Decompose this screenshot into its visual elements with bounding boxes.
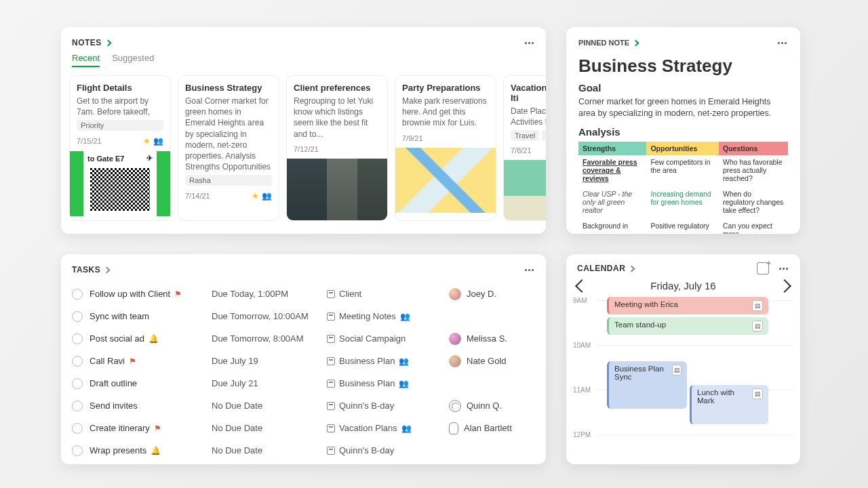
chevron-right-icon <box>629 265 635 272</box>
note-link-icon <box>327 290 335 298</box>
assignee-name: Alan Bartlett <box>464 423 512 433</box>
event-note-icon[interactable]: ▤ <box>752 388 763 399</box>
task-checkbox[interactable] <box>72 356 83 367</box>
tab-recent[interactable]: Recent <box>72 53 100 67</box>
note-card-vacation[interactable]: Vacation Iti Date Place | Activities 5/ … <box>503 75 546 221</box>
note-link-icon <box>327 402 335 410</box>
task-row[interactable]: Post social ad 🔔 Due Tomorrow, 8:00AM So… <box>72 327 535 350</box>
swot-table: Strengths Opportunities Questions Favora… <box>578 142 788 234</box>
task-row[interactable]: Create itinerary ⚑ No Due Date Vacation … <box>72 417 535 439</box>
new-event-button[interactable] <box>757 262 769 274</box>
task-note-link[interactable]: Client <box>339 289 361 299</box>
star-icon: ★ <box>143 136 151 146</box>
table-cell: When do regulatory changes take effect? <box>719 186 788 218</box>
table-cell: Few competitors in the area <box>646 155 719 186</box>
prev-day-button[interactable] <box>575 279 589 293</box>
task-checkbox[interactable] <box>72 311 83 322</box>
assignee-name: Quinn Q. <box>467 401 502 411</box>
flag-icon: ⚑ <box>154 424 161 433</box>
task-note-link[interactable]: Quinn's B-day <box>339 445 394 455</box>
note-card-client[interactable]: Client preferences Regrouping to let Yuk… <box>286 75 388 221</box>
note-link-icon <box>327 424 335 432</box>
note-card-flight[interactable]: Flight Details Get to the airport by 7am… <box>69 75 171 221</box>
note-link-icon <box>327 357 335 365</box>
task-due: Due July 19 <box>212 356 327 366</box>
calendar-event[interactable]: Meeting with Erica▤ <box>607 297 768 314</box>
assignee-name: Nate Gold <box>467 356 507 366</box>
task-checkbox[interactable] <box>72 423 83 434</box>
table-cell: Increasing demand for green homes <box>646 186 719 218</box>
pinned-note-widget: PINNED NOTE Business Strategy Goal Corne… <box>566 27 800 234</box>
task-row[interactable]: Follow up with Client ⚑ Due Today, 1:00P… <box>72 283 535 305</box>
task-checkbox[interactable] <box>72 333 83 344</box>
star-icon: ★ <box>252 191 259 201</box>
task-title: Post social ad <box>90 333 144 344</box>
tasks-widget: TASKS Follow up with Client ⚑ Due Today,… <box>61 254 546 464</box>
tasks-title-link[interactable]: TASKS <box>72 265 109 274</box>
pinned-more-button[interactable] <box>776 37 788 49</box>
note-thumbnail <box>504 160 546 220</box>
note-tag: Travel <box>511 130 539 141</box>
shared-icon: 👥 <box>399 379 409 388</box>
task-checkbox[interactable] <box>72 401 83 411</box>
note-body: Date Place | Activities 5/ <box>511 106 546 127</box>
table-cell: Can you expect more <box>719 218 788 234</box>
task-checkbox[interactable] <box>72 445 83 456</box>
task-due: Due Today, 1:00PM <box>212 289 327 299</box>
tasks-list: Follow up with Client ⚑ Due Today, 1:00P… <box>61 280 546 464</box>
note-date: 7/12/21 <box>294 145 319 153</box>
task-note-link[interactable]: Vacation Plans <box>339 423 397 433</box>
note-card-strategy[interactable]: Business Strategy Goal Corner market for… <box>178 75 279 221</box>
task-title: Wrap presents <box>90 445 146 455</box>
task-checkbox[interactable] <box>72 289 83 300</box>
event-note-icon[interactable]: ▤ <box>672 365 682 375</box>
calendar-title-link[interactable]: CALENDAR <box>577 264 634 273</box>
task-note-link[interactable]: Business Plan <box>339 378 395 388</box>
flag-icon: ⚑ <box>174 289 182 299</box>
note-body: Make park reservations here. And get thi… <box>402 96 489 129</box>
event-note-icon[interactable]: ▤ <box>752 300 763 311</box>
task-row[interactable]: Draft outline Due July 21 Business Plan … <box>72 372 535 394</box>
event-note-icon[interactable]: ▤ <box>752 321 763 331</box>
pinned-title-link[interactable]: PINNED NOTE <box>578 39 638 47</box>
task-note-link[interactable]: Quinn's B-day <box>339 401 394 411</box>
calendar-more-button[interactable] <box>777 262 789 274</box>
note-card-party[interactable]: Party Preparations Make park reservation… <box>395 75 496 221</box>
notes-more-button[interactable] <box>523 37 535 49</box>
task-row[interactable]: Call Ravi ⚑ Due July 19 Business Plan 👥 … <box>72 350 535 372</box>
note-body: Regrouping to let Yuki know which listin… <box>294 96 380 140</box>
task-due: Due July 21 <box>212 378 327 388</box>
task-note-link[interactable]: Business Plan <box>339 356 395 366</box>
tasks-more-button[interactable] <box>523 264 535 276</box>
tasks-title: TASKS <box>72 265 100 274</box>
chevron-right-icon <box>104 266 111 273</box>
table-cell: Favorable press coverage & reviews <box>578 155 646 186</box>
task-row[interactable]: Send invites No Due Date Quinn's B-day Q… <box>72 394 535 417</box>
task-note-link[interactable]: Meeting Notes <box>339 311 396 321</box>
note-title: Flight Details <box>77 83 163 93</box>
event-title: Team stand-up <box>614 321 666 329</box>
calendar-event[interactable]: Lunch with Mark▤ <box>690 385 768 424</box>
notes-cards-row: Flight Details Get to the airport by 7am… <box>61 75 546 221</box>
notes-title-link[interactable]: NOTES <box>72 38 111 47</box>
calendar-event[interactable]: Business Plan Sync▤ <box>607 361 687 409</box>
col-opportunities: Opportunities <box>646 142 719 155</box>
avatar <box>449 288 461 300</box>
next-day-button[interactable] <box>778 279 791 293</box>
task-title: Sync with team <box>90 311 149 321</box>
task-title: Create itinerary <box>90 423 150 433</box>
plane-icon: ✈ <box>146 154 153 163</box>
hour-label: 10AM <box>573 342 591 349</box>
calendar-event[interactable]: Team stand-up▤ <box>607 317 768 335</box>
task-checkbox[interactable] <box>72 378 83 389</box>
table-cell: Who has favorable press actually reached… <box>719 155 788 186</box>
task-row[interactable]: Wrap presents 🔔 No Due Date Quinn's B-da… <box>72 439 535 462</box>
calendar-title: CALENDAR <box>577 264 625 273</box>
task-note-link[interactable]: Social Campaign <box>339 333 406 344</box>
task-row[interactable]: Sync with team Due Tomorrow, 10:00AM Mee… <box>72 305 535 327</box>
tab-suggested[interactable]: Suggested <box>112 53 154 67</box>
task-due: No Due Date <box>212 423 327 433</box>
note-tag: Rasha <box>185 175 272 186</box>
notes-widget: NOTES Recent Suggested Flight Details Ge… <box>61 27 546 234</box>
note-title: Party Preparations <box>402 83 489 93</box>
